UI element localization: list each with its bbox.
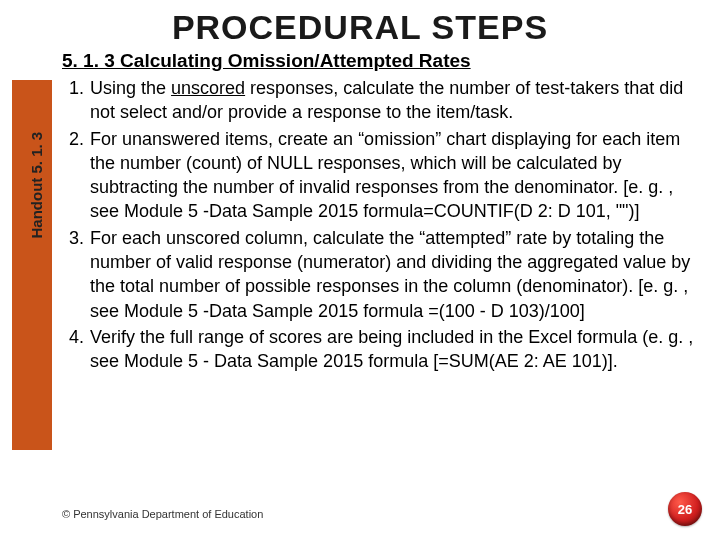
step-item: 2. For unanswered items, create an “omis… [62, 127, 702, 224]
step-number: 2. [62, 127, 90, 224]
handout-label: Handout 5. 1. 3 [28, 139, 45, 239]
step-number: 4. [62, 325, 90, 374]
page-number: 26 [678, 502, 692, 517]
step-text: Using the unscored responses, calculate … [90, 76, 702, 125]
step-text: Verify the full range of scores are bein… [90, 325, 702, 374]
step-list: 1. Using the unscored responses, calcula… [62, 76, 702, 374]
step-item: 3. For each unscored column, calculate t… [62, 226, 702, 323]
step-number: 3. [62, 226, 90, 323]
page-number-badge: 26 [668, 492, 702, 526]
step-number: 1. [62, 76, 90, 125]
step-item: 1. Using the unscored responses, calcula… [62, 76, 702, 125]
step-text: For each unscored column, calculate the … [90, 226, 702, 323]
section-heading: 5. 1. 3 Calculating Omission/Attempted R… [62, 50, 702, 72]
content-area: 5. 1. 3 Calculating Omission/Attempted R… [62, 50, 702, 376]
step-text: For unanswered items, create an “omissio… [90, 127, 702, 224]
step-item: 4. Verify the full range of scores are b… [62, 325, 702, 374]
slide-title: PROCEDURAL STEPS [0, 0, 720, 47]
copyright-footer: © Pennsylvania Department of Education [62, 508, 263, 520]
